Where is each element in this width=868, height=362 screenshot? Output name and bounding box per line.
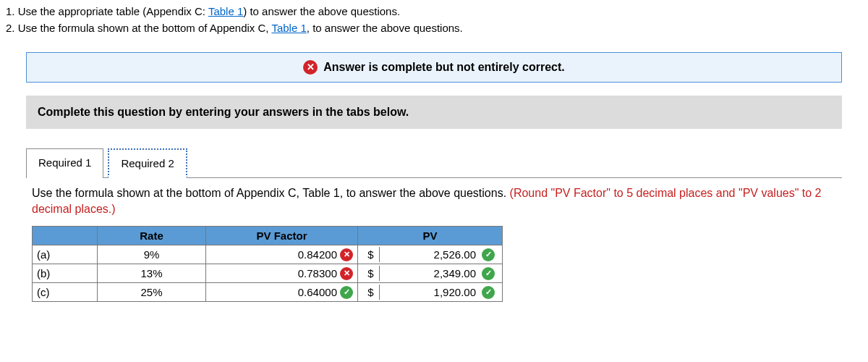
table1-link-a[interactable]: Table 1 bbox=[208, 5, 243, 17]
table-row: (b)13%0.78300✕$2,349.00✓ bbox=[33, 264, 503, 283]
rate-cell[interactable]: 25% bbox=[98, 283, 206, 302]
check-icon: ✓ bbox=[482, 267, 495, 280]
row-label: (c) bbox=[33, 283, 98, 302]
pv-factor-value: 0.84200 bbox=[265, 248, 337, 261]
status-text: Answer is complete but not entirely corr… bbox=[323, 61, 564, 74]
answer-table: Rate PV Factor PV (a)9%0.84200✕$2,526.00… bbox=[32, 226, 503, 302]
currency-symbol: $ bbox=[362, 266, 380, 281]
currency-symbol: $ bbox=[362, 285, 380, 300]
pv-factor-value: 0.64000 bbox=[265, 286, 337, 298]
panel-instr-main: Use the formula shown at the bottom of A… bbox=[32, 187, 510, 199]
rate-cell[interactable]: 9% bbox=[98, 245, 206, 264]
tab-bar: Required 1 Required 2 bbox=[26, 148, 842, 178]
tab-panel-required-2: Use the formula shown at the bottom of A… bbox=[26, 178, 842, 303]
panel-instruction: Use the formula shown at the bottom of A… bbox=[32, 185, 836, 218]
tab-required-2[interactable]: Required 2 bbox=[108, 148, 187, 178]
pv-factor-cell[interactable]: 0.84200✕ bbox=[206, 245, 358, 264]
instr2-suffix: , to answer the above questions. bbox=[307, 22, 463, 34]
check-icon: ✓ bbox=[340, 286, 353, 299]
th-pv-factor: PV Factor bbox=[206, 227, 358, 245]
instruction-2: 2. Use the formula shown at the bottom o… bbox=[6, 20, 862, 36]
th-pv: PV bbox=[358, 227, 503, 245]
row-label: (a) bbox=[33, 245, 98, 264]
pv-factor-cell[interactable]: 0.64000✓ bbox=[206, 283, 358, 302]
pv-value: 2,349.00 bbox=[434, 267, 476, 279]
table1-link-b[interactable]: Table 1 bbox=[271, 22, 306, 34]
check-icon: ✓ bbox=[482, 248, 495, 261]
check-icon: ✓ bbox=[482, 286, 495, 299]
x-icon: ✕ bbox=[340, 248, 353, 261]
pv-cell[interactable]: $2,349.00✓ bbox=[358, 264, 503, 283]
pv-value: 1,920.00 bbox=[434, 286, 476, 298]
pv-factor-cell[interactable]: 0.78300✕ bbox=[206, 264, 358, 283]
incorrect-icon: ✕ bbox=[303, 60, 318, 75]
pv-value: 2,526.00 bbox=[434, 248, 476, 261]
complete-instruction: Complete this question by entering your … bbox=[26, 96, 842, 129]
table-row: (c)25%0.64000✓$1,920.00✓ bbox=[33, 283, 503, 302]
tab-required-1[interactable]: Required 1 bbox=[26, 148, 103, 178]
instr1-suffix: ) to answer the above questions. bbox=[243, 5, 400, 17]
x-icon: ✕ bbox=[340, 267, 353, 280]
instructions-block: 1. Use the appropriate table (Appendix C… bbox=[6, 4, 862, 36]
pv-cell[interactable]: $1,920.00✓ bbox=[358, 283, 503, 302]
row-label: (b) bbox=[33, 264, 98, 283]
currency-symbol: $ bbox=[362, 247, 380, 262]
th-rate: Rate bbox=[98, 227, 206, 245]
pv-factor-value: 0.78300 bbox=[265, 267, 337, 279]
pv-cell[interactable]: $2,526.00✓ bbox=[358, 245, 503, 264]
instruction-1: 1. Use the appropriate table (Appendix C… bbox=[6, 4, 862, 20]
rate-cell[interactable]: 13% bbox=[98, 264, 206, 283]
instr1-prefix: 1. Use the appropriate table (Appendix C… bbox=[6, 5, 208, 17]
table-row: (a)9%0.84200✕$2,526.00✓ bbox=[33, 245, 503, 264]
status-bar: ✕ Answer is complete but not entirely co… bbox=[26, 52, 842, 83]
th-blank bbox=[33, 227, 98, 245]
instr2-prefix: 2. Use the formula shown at the bottom o… bbox=[6, 22, 271, 34]
